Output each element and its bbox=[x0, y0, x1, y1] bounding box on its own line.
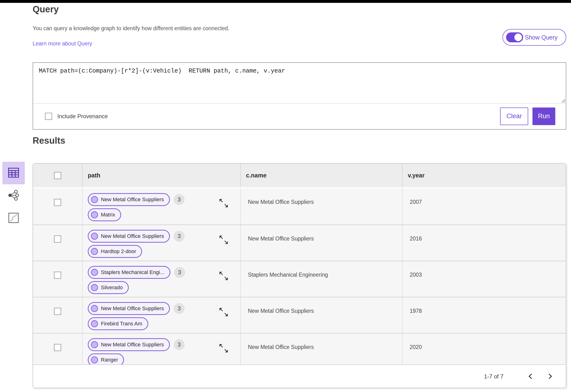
window-top-edge bbox=[0, 0, 571, 3]
path-end-pill[interactable]: Firebird Trans Am bbox=[88, 317, 148, 330]
include-provenance-option[interactable]: Include Provenance bbox=[45, 113, 500, 120]
learn-more-link[interactable]: Learn more about Query bbox=[33, 41, 92, 47]
entity-node-icon bbox=[91, 305, 98, 312]
chevron-right-icon bbox=[547, 373, 553, 381]
query-page: Query You can query a knowledge graph to… bbox=[0, 0, 571, 392]
path-start-label: New Metal Office Suppliers bbox=[101, 233, 164, 239]
row-checkbox[interactable] bbox=[54, 344, 61, 351]
path-cell: New Metal Office Suppliers 3 Ranger bbox=[83, 334, 241, 364]
entity-node-icon bbox=[91, 196, 98, 203]
expand-arrows-icon bbox=[218, 242, 229, 246]
expand-path-button[interactable] bbox=[218, 198, 229, 209]
show-query-label: Show Query bbox=[525, 34, 558, 41]
table-row: New Metal Office Suppliers 3 Matrix New … bbox=[33, 188, 566, 224]
run-button[interactable]: Run bbox=[532, 108, 555, 125]
page-title: Query bbox=[33, 4, 59, 14]
select-all-cell bbox=[33, 164, 83, 187]
table-row: New Metal Office Suppliers 3 Ranger New … bbox=[33, 333, 566, 364]
query-panel-footer: Include Provenance Clear Run bbox=[33, 104, 566, 129]
row-checkbox[interactable] bbox=[54, 272, 61, 279]
toggle-on-icon[interactable] bbox=[506, 32, 523, 42]
include-provenance-checkbox[interactable] bbox=[45, 113, 52, 120]
path-start-pill[interactable]: New Metal Office Suppliers bbox=[88, 193, 170, 206]
resize-handle-icon[interactable] bbox=[561, 98, 565, 102]
path-cell: New Metal Office Suppliers 3 Hardtop 2-d… bbox=[83, 225, 241, 261]
query-editor[interactable]: MATCH path=(c:Company)-[r*2]-(v:Vehicle)… bbox=[33, 63, 566, 104]
query-actions: Clear Run bbox=[500, 108, 555, 125]
row-checkbox[interactable] bbox=[54, 308, 61, 315]
entity-node-icon bbox=[91, 341, 98, 348]
expand-path-button[interactable] bbox=[218, 307, 229, 318]
path-start-label: New Metal Office Suppliers bbox=[101, 196, 164, 203]
query-text[interactable]: MATCH path=(c:Company)-[r*2]-(v:Vehicle)… bbox=[33, 63, 566, 79]
path-end-label: Ranger bbox=[101, 357, 118, 363]
path-end-label: Hardtop 2-door bbox=[101, 248, 136, 254]
table-row: New Metal Office Suppliers 3 Hardtop 2-d… bbox=[33, 224, 566, 261]
table-footer: 1-7 of 7 bbox=[33, 364, 566, 388]
path-start-pill[interactable]: New Metal Office Suppliers bbox=[88, 338, 170, 351]
query-panel: MATCH path=(c:Company)-[r*2]-(v:Vehicle)… bbox=[33, 62, 566, 130]
table-body: New Metal Office Suppliers 3 Matrix New … bbox=[33, 188, 566, 364]
entity-node-icon bbox=[91, 356, 98, 364]
entity-node-icon bbox=[91, 269, 98, 276]
path-start-row: New Metal Office Suppliers 3 bbox=[88, 230, 240, 243]
entity-node-icon bbox=[91, 284, 98, 291]
results-view-switcher bbox=[2, 162, 25, 230]
vyear-cell-value: 2016 bbox=[402, 225, 566, 261]
show-query-toggle[interactable]: Show Query bbox=[502, 29, 566, 46]
cname-cell-value: Staplers Mechanical Engineering bbox=[241, 261, 402, 297]
prev-page-button[interactable] bbox=[524, 370, 537, 383]
path-start-label: New Metal Office Suppliers bbox=[101, 305, 164, 312]
entity-node-icon bbox=[91, 320, 98, 327]
path-start-label: Staplers Mechanical Engi... bbox=[101, 269, 164, 275]
pagination-range: 1-7 of 7 bbox=[484, 373, 503, 380]
path-end-pill[interactable]: Silverado bbox=[88, 281, 129, 294]
vyear-cell-value: 2003 bbox=[402, 261, 566, 297]
expand-arrows-icon bbox=[218, 206, 229, 209]
row-select-cell bbox=[33, 225, 83, 261]
path-start-pill[interactable]: Staplers Mechanical Engi... bbox=[88, 266, 170, 279]
entity-node-icon bbox=[91, 211, 98, 218]
path-cell: New Metal Office Suppliers 3 Firebird Tr… bbox=[83, 297, 241, 333]
network-view-button[interactable] bbox=[2, 184, 25, 207]
path-start-pill[interactable]: New Metal Office Suppliers bbox=[88, 230, 170, 243]
column-header-cname: c.name bbox=[241, 164, 402, 187]
toggle-knob bbox=[514, 34, 522, 41]
path-cell: Staplers Mechanical Engi... 3 Silverado bbox=[83, 261, 241, 297]
row-select-cell bbox=[33, 334, 83, 364]
row-select-cell bbox=[33, 297, 83, 333]
path-start-row: New Metal Office Suppliers 3 bbox=[88, 193, 240, 206]
expand-arrows-icon bbox=[218, 314, 229, 318]
table-view-button[interactable] bbox=[2, 162, 25, 184]
column-header-vyear: v.year bbox=[402, 164, 566, 187]
path-start-label: New Metal Office Suppliers bbox=[101, 342, 164, 348]
select-all-checkbox[interactable] bbox=[54, 172, 61, 179]
path-count-badge: 3 bbox=[174, 194, 185, 205]
cname-cell-value: New Metal Office Suppliers bbox=[241, 334, 402, 364]
row-checkbox[interactable] bbox=[54, 199, 61, 206]
table-view-icon bbox=[8, 168, 19, 178]
table-row: New Metal Office Suppliers 3 Firebird Tr… bbox=[33, 297, 566, 333]
next-page-button[interactable] bbox=[543, 370, 557, 383]
path-start-row: Staplers Mechanical Engi... 3 bbox=[88, 266, 240, 279]
vyear-cell-value: 2007 bbox=[402, 188, 566, 224]
row-checkbox[interactable] bbox=[54, 236, 61, 243]
cname-cell-value: New Metal Office Suppliers bbox=[241, 297, 402, 333]
path-end-pill[interactable]: Matrix bbox=[88, 208, 121, 221]
clear-button[interactable]: Clear bbox=[500, 108, 528, 125]
path-end-label: Matrix bbox=[101, 212, 115, 218]
expand-path-button[interactable] bbox=[218, 235, 229, 246]
path-end-label: Firebird Trans Am bbox=[101, 321, 142, 327]
route-view-icon bbox=[8, 213, 19, 224]
expand-path-button[interactable] bbox=[218, 271, 229, 282]
path-count-badge: 3 bbox=[174, 231, 185, 242]
row-select-cell bbox=[33, 261, 83, 297]
path-end-pill[interactable]: Ranger bbox=[88, 353, 124, 364]
entity-node-icon bbox=[91, 233, 98, 240]
path-start-pill[interactable]: New Metal Office Suppliers bbox=[88, 302, 170, 315]
expand-path-button[interactable] bbox=[218, 343, 229, 354]
path-cell: New Metal Office Suppliers 3 Matrix bbox=[83, 188, 241, 224]
cname-cell-value: New Metal Office Suppliers bbox=[241, 225, 402, 261]
route-view-button[interactable] bbox=[2, 207, 25, 230]
path-end-pill[interactable]: Hardtop 2-door bbox=[88, 245, 142, 258]
